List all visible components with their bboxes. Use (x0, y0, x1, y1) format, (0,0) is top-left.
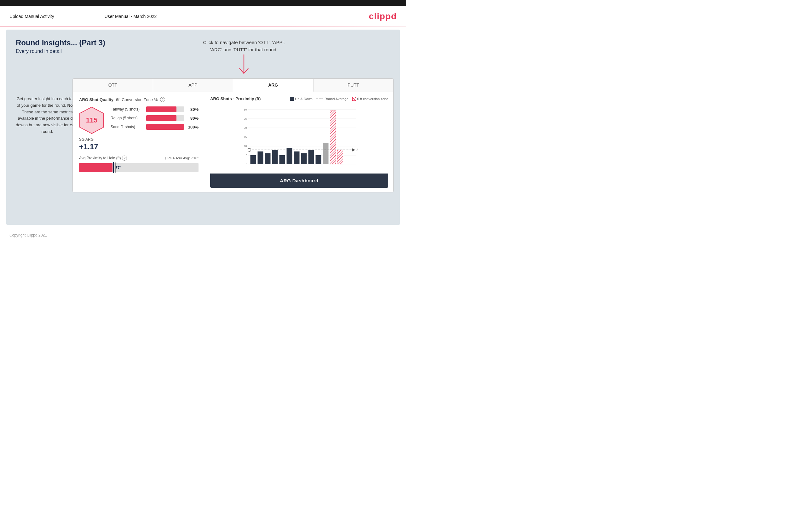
footer: Copyright Clippd 2021 (0, 228, 406, 242)
arg-dashboard-button[interactable]: ARG Dashboard (210, 173, 388, 188)
copyright: Copyright Clippd 2021 (9, 233, 47, 237)
bar-pct-fairway: 80% (187, 107, 199, 112)
sg-label: SG ARG (79, 137, 199, 142)
proximity-bar-fill: 77' (79, 163, 112, 172)
tab-app[interactable]: APP (153, 79, 234, 92)
bar-track-rough (146, 115, 184, 121)
proximity-header: Avg Proximity to Hole (ft) ? ↑ PGA Tour … (79, 156, 199, 161)
bar-row-rough: Rough (5 shots) 80% (111, 115, 199, 121)
header: Upload Manual Activity User Manual - Mar… (0, 6, 406, 26)
chart-bar-13-hatch (338, 150, 343, 164)
legend-hatch-6ft (352, 97, 356, 101)
hex-number: 115 (86, 116, 98, 124)
bar-pct-sand: 100% (187, 125, 199, 129)
chart-bar-10 (316, 155, 321, 164)
right-panel-title: ARG Shots - Proximity (ft) (210, 96, 261, 101)
svg-text:5: 5 (246, 154, 247, 157)
tab-ott[interactable]: OTT (73, 79, 153, 92)
chart-bar-11 (323, 143, 328, 164)
sg-value: +1.17 (79, 142, 199, 151)
proximity-title-text: Avg Proximity to Hole (ft) (79, 156, 121, 160)
bar-label-sand: Sand (1 shots) (111, 125, 144, 129)
upload-manual-label: Upload Manual Activity (9, 14, 54, 19)
header-left: Upload Manual Activity User Manual - Mar… (9, 14, 157, 19)
left-panel: ARG Shot Quality 6ft Conversion Zone % ?… (73, 92, 205, 192)
clippd-logo: clippd (369, 11, 397, 21)
sg-section: SG ARG +1.17 (79, 137, 199, 151)
chart-area: 0 5 10 15 20 25 30 (210, 104, 388, 173)
bar-label-rough: Rough (5 shots) (111, 116, 144, 120)
dash-line-value: 8 (357, 148, 359, 152)
chart-bar-5 (280, 155, 285, 164)
svg-text:10: 10 (244, 145, 247, 148)
dashboard-card: OTT APP ARG PUTT ARG Shot Quality 6ft Co… (72, 78, 394, 192)
chart-bar-1 (251, 155, 256, 164)
chart-bar-7 (294, 152, 300, 164)
pga-avg: ↑ PGA Tour Avg: 7'10" (165, 156, 199, 160)
proximity-title: Avg Proximity to Hole (ft) ? (79, 156, 127, 161)
shot-quality-bars: Fairway (5 shots) 80% Rough (5 shots) (111, 106, 199, 133)
chart-bar-4 (272, 150, 278, 164)
right-panel-header: ARG Shots - Proximity (ft) Up & Down Rou… (210, 96, 388, 101)
chart-bar-9 (308, 150, 314, 164)
svg-text:15: 15 (244, 135, 247, 138)
chart-bar-3 (265, 153, 271, 164)
user-manual-label: User Manual - March 2022 (105, 14, 157, 19)
chart-bar-6 (287, 148, 292, 164)
bar-fill-rough (146, 115, 176, 121)
dash-line-circle (248, 148, 251, 152)
proximity-bar-label: 77' (115, 165, 121, 170)
conversion-label: 6ft Conversion Zone % (116, 97, 158, 102)
bar-fill-fairway (146, 106, 176, 112)
nav-arrow-icon (235, 54, 253, 80)
chart-bar-2 (258, 152, 263, 164)
bar-fill-sand (146, 124, 184, 130)
bar-row-sand: Sand (1 shots) 100% (111, 124, 199, 130)
legend-square-updown (290, 97, 294, 101)
header-divider (0, 26, 406, 26)
arg-chart-svg: 0 5 10 15 20 25 30 (210, 104, 388, 173)
panel-header: ARG Shot Quality 6ft Conversion Zone % ? (79, 97, 199, 102)
tab-putt[interactable]: PUTT (313, 79, 394, 92)
left-description: Get greater insight into each facet of y… (16, 96, 79, 135)
legend-item-6ft: 6 ft conversion zone (352, 97, 388, 101)
legend-item-round-avg: Round Average (316, 97, 349, 101)
svg-text:25: 25 (244, 117, 247, 120)
svg-text:20: 20 (244, 126, 247, 129)
help-icon[interactable]: ? (160, 97, 165, 102)
bar-row-fairway: Fairway (5 shots) 80% (111, 106, 199, 112)
svg-text:30: 30 (244, 108, 247, 111)
legend-label-6ft: 6 ft conversion zone (357, 97, 388, 101)
pga-marker (115, 163, 116, 173)
proximity-bar-track: 77' (79, 163, 199, 172)
tab-arg[interactable]: ARG (233, 79, 313, 92)
hexagon: 115 (79, 106, 104, 134)
bar-track-fairway (146, 106, 184, 112)
right-panel: ARG Shots - Proximity (ft) Up & Down Rou… (205, 92, 393, 192)
hex-container: 115 Fairway (5 shots) 80% Rough (5 sho (79, 106, 199, 134)
legend-label-updown: Up & Down (295, 97, 313, 101)
nav-annotation: Click to navigate between 'OTT', 'APP', … (203, 39, 285, 80)
chart-bar-8 (301, 153, 307, 164)
top-bar (0, 0, 406, 6)
tab-bar: OTT APP ARG PUTT (73, 79, 393, 92)
bar-pct-rough: 80% (187, 116, 199, 121)
bar-track-sand (146, 124, 184, 130)
card-body: ARG Shot Quality 6ft Conversion Zone % ?… (73, 92, 393, 192)
bar-label-fairway: Fairway (5 shots) (111, 107, 144, 111)
proximity-section: Avg Proximity to Hole (ft) ? ↑ PGA Tour … (79, 156, 199, 172)
legend-label-round-avg: Round Average (324, 97, 349, 101)
svg-text:0: 0 (246, 163, 247, 166)
chart-bar-12-hatch (330, 111, 336, 164)
proximity-help-icon[interactable]: ? (122, 156, 127, 161)
legend-dashed-round-avg (316, 99, 323, 99)
proximity-cursor (113, 162, 114, 173)
dash-line-arrow (352, 148, 355, 152)
legend: Up & Down Round Average 6 ft conversion … (290, 97, 388, 101)
shot-quality-title: ARG Shot Quality (79, 97, 113, 102)
legend-item-updown: Up & Down (290, 97, 313, 101)
main-content: Round Insights... (Part 3) Every round i… (6, 30, 400, 225)
